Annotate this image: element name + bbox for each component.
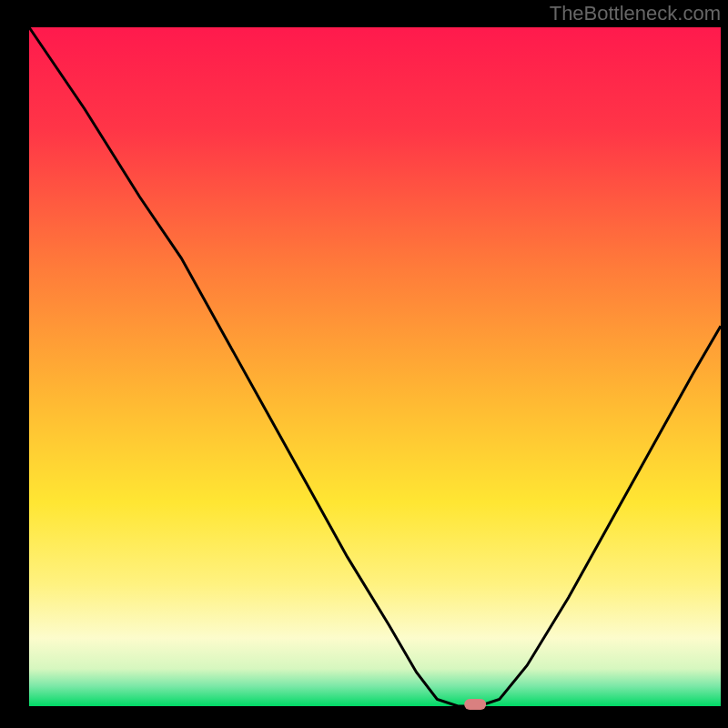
chart-svg: [0, 0, 728, 728]
optimal-marker: [464, 699, 486, 710]
watermark-text: TheBottleneck.com: [550, 2, 721, 25]
bottleneck-chart: [0, 0, 728, 728]
